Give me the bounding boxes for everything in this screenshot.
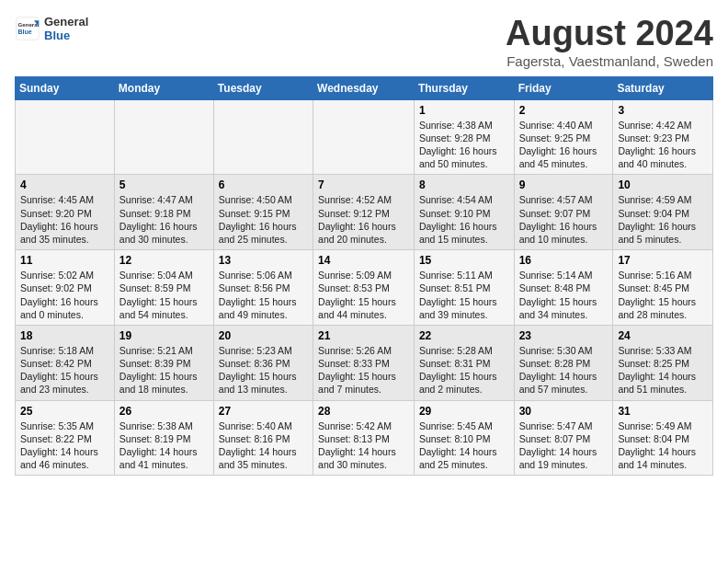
week-row-2: 4Sunrise: 4:45 AM Sunset: 9:20 PM Daylig…: [16, 175, 713, 250]
day-cell: 11Sunrise: 5:02 AM Sunset: 9:02 PM Dayli…: [16, 250, 115, 326]
day-cell: [213, 99, 313, 175]
day-cell: 18Sunrise: 5:18 AM Sunset: 8:42 PM Dayli…: [16, 325, 115, 400]
day-cell: 15Sunrise: 5:11 AM Sunset: 8:51 PM Dayli…: [414, 250, 514, 326]
day-info: Sunrise: 5:33 AM Sunset: 8:25 PM Dayligh…: [618, 344, 708, 396]
day-cell: 2Sunrise: 4:40 AM Sunset: 9:25 PM Daylig…: [514, 99, 613, 175]
day-number: 5: [119, 178, 209, 191]
day-cell: 17Sunrise: 5:16 AM Sunset: 8:45 PM Dayli…: [613, 250, 713, 326]
day-number: 23: [519, 329, 609, 342]
day-info: Sunrise: 5:40 AM Sunset: 8:16 PM Dayligh…: [219, 419, 308, 472]
day-info: Sunrise: 5:49 AM Sunset: 8:04 PM Dayligh…: [618, 419, 708, 472]
day-number: 31: [618, 405, 708, 418]
day-cell: 24Sunrise: 5:33 AM Sunset: 8:25 PM Dayli…: [613, 325, 713, 400]
day-info: Sunrise: 5:14 AM Sunset: 8:48 PM Dayligh…: [519, 269, 609, 321]
day-number: 13: [219, 254, 308, 267]
day-cell: 8Sunrise: 4:54 AM Sunset: 9:10 PM Daylig…: [414, 175, 514, 250]
weekday-header-thursday: Thursday: [414, 76, 514, 99]
calendar-title: August 2024: [506, 15, 713, 53]
day-cell: 16Sunrise: 5:14 AM Sunset: 8:48 PM Dayli…: [514, 250, 613, 326]
day-number: 17: [618, 254, 708, 267]
day-number: 10: [618, 178, 708, 191]
day-cell: 20Sunrise: 5:23 AM Sunset: 8:36 PM Dayli…: [213, 325, 313, 400]
generalblue-logo-icon: General Blue: [15, 16, 40, 41]
day-info: Sunrise: 4:45 AM Sunset: 9:20 PM Dayligh…: [20, 193, 109, 246]
day-cell: 4Sunrise: 4:45 AM Sunset: 9:20 PM Daylig…: [16, 175, 115, 250]
day-cell: 25Sunrise: 5:35 AM Sunset: 8:22 PM Dayli…: [16, 400, 115, 476]
day-info: Sunrise: 4:38 AM Sunset: 9:28 PM Dayligh…: [419, 119, 509, 171]
day-number: 4: [20, 178, 109, 191]
day-info: Sunrise: 5:45 AM Sunset: 8:10 PM Dayligh…: [419, 419, 509, 472]
day-number: 29: [419, 405, 509, 418]
weekday-header-wednesday: Wednesday: [313, 76, 415, 99]
day-info: Sunrise: 5:38 AM Sunset: 8:19 PM Dayligh…: [119, 419, 209, 472]
day-cell: 29Sunrise: 5:45 AM Sunset: 8:10 PM Dayli…: [414, 400, 514, 476]
day-info: Sunrise: 5:06 AM Sunset: 8:56 PM Dayligh…: [219, 269, 308, 321]
day-info: Sunrise: 4:52 AM Sunset: 9:12 PM Dayligh…: [318, 193, 409, 246]
day-number: 28: [318, 405, 409, 418]
day-info: Sunrise: 5:02 AM Sunset: 9:02 PM Dayligh…: [20, 269, 109, 321]
weekday-header-row: SundayMondayTuesdayWednesdayThursdayFrid…: [16, 76, 713, 99]
day-number: 27: [219, 405, 308, 418]
logo-text: General Blue: [44, 15, 88, 42]
day-number: 16: [519, 254, 609, 267]
day-cell: 23Sunrise: 5:30 AM Sunset: 8:28 PM Dayli…: [514, 325, 613, 400]
day-info: Sunrise: 4:50 AM Sunset: 9:15 PM Dayligh…: [219, 193, 308, 246]
week-row-5: 25Sunrise: 5:35 AM Sunset: 8:22 PM Dayli…: [16, 400, 713, 476]
day-number: 12: [119, 254, 209, 267]
day-number: 14: [318, 254, 409, 267]
header: General Blue General Blue August 2024 Fa…: [15, 15, 713, 69]
day-info: Sunrise: 5:42 AM Sunset: 8:13 PM Dayligh…: [318, 419, 409, 472]
day-info: Sunrise: 5:30 AM Sunset: 8:28 PM Dayligh…: [519, 344, 609, 396]
day-number: 11: [20, 254, 109, 267]
day-number: 7: [318, 178, 409, 191]
day-cell: 30Sunrise: 5:47 AM Sunset: 8:07 PM Dayli…: [514, 400, 613, 476]
day-number: 26: [119, 405, 209, 418]
day-cell: 21Sunrise: 5:26 AM Sunset: 8:33 PM Dayli…: [313, 325, 415, 400]
day-info: Sunrise: 5:35 AM Sunset: 8:22 PM Dayligh…: [20, 419, 109, 472]
calendar-table: SundayMondayTuesdayWednesdayThursdayFrid…: [15, 76, 713, 476]
day-number: 9: [519, 178, 609, 191]
day-info: Sunrise: 5:18 AM Sunset: 8:42 PM Dayligh…: [20, 344, 109, 396]
day-cell: 7Sunrise: 4:52 AM Sunset: 9:12 PM Daylig…: [313, 175, 415, 250]
day-cell: 10Sunrise: 4:59 AM Sunset: 9:04 PM Dayli…: [613, 175, 713, 250]
day-cell: 6Sunrise: 4:50 AM Sunset: 9:15 PM Daylig…: [213, 175, 313, 250]
day-info: Sunrise: 5:47 AM Sunset: 8:07 PM Dayligh…: [519, 419, 609, 472]
day-number: 8: [419, 178, 509, 191]
day-info: Sunrise: 5:09 AM Sunset: 8:53 PM Dayligh…: [318, 269, 409, 321]
week-row-4: 18Sunrise: 5:18 AM Sunset: 8:42 PM Dayli…: [16, 325, 713, 400]
day-cell: 27Sunrise: 5:40 AM Sunset: 8:16 PM Dayli…: [213, 400, 313, 476]
day-cell: 3Sunrise: 4:42 AM Sunset: 9:23 PM Daylig…: [613, 99, 713, 175]
day-number: 21: [318, 329, 409, 342]
day-number: 19: [119, 329, 209, 342]
day-info: Sunrise: 5:04 AM Sunset: 8:59 PM Dayligh…: [119, 269, 209, 321]
day-cell: [16, 99, 115, 175]
day-info: Sunrise: 5:11 AM Sunset: 8:51 PM Dayligh…: [419, 269, 509, 321]
day-number: 24: [618, 329, 708, 342]
day-number: 6: [219, 178, 308, 191]
day-number: 25: [20, 405, 109, 418]
day-cell: 31Sunrise: 5:49 AM Sunset: 8:04 PM Dayli…: [613, 400, 713, 476]
day-number: 22: [419, 329, 509, 342]
day-number: 18: [20, 329, 109, 342]
week-row-3: 11Sunrise: 5:02 AM Sunset: 9:02 PM Dayli…: [16, 250, 713, 326]
day-info: Sunrise: 4:57 AM Sunset: 9:07 PM Dayligh…: [519, 193, 609, 246]
day-number: 1: [419, 104, 509, 117]
weekday-header-saturday: Saturday: [613, 76, 713, 99]
day-number: 15: [419, 254, 509, 267]
weekday-header-sunday: Sunday: [16, 76, 115, 99]
logo: General Blue General Blue: [15, 15, 88, 42]
day-cell: 19Sunrise: 5:21 AM Sunset: 8:39 PM Dayli…: [114, 325, 213, 400]
day-cell: 22Sunrise: 5:28 AM Sunset: 8:31 PM Dayli…: [414, 325, 514, 400]
day-cell: 28Sunrise: 5:42 AM Sunset: 8:13 PM Dayli…: [313, 400, 415, 476]
title-area: August 2024 Fagersta, Vaestmanland, Swed…: [506, 15, 713, 69]
day-cell: 13Sunrise: 5:06 AM Sunset: 8:56 PM Dayli…: [213, 250, 313, 326]
day-info: Sunrise: 5:16 AM Sunset: 8:45 PM Dayligh…: [618, 269, 708, 321]
day-info: Sunrise: 5:21 AM Sunset: 8:39 PM Dayligh…: [119, 344, 209, 396]
day-info: Sunrise: 4:40 AM Sunset: 9:25 PM Dayligh…: [519, 119, 609, 171]
day-info: Sunrise: 4:42 AM Sunset: 9:23 PM Dayligh…: [618, 119, 708, 171]
day-cell: [114, 99, 213, 175]
week-row-1: 1Sunrise: 4:38 AM Sunset: 9:28 PM Daylig…: [16, 99, 713, 175]
day-cell: 9Sunrise: 4:57 AM Sunset: 9:07 PM Daylig…: [514, 175, 613, 250]
day-cell: 12Sunrise: 5:04 AM Sunset: 8:59 PM Dayli…: [114, 250, 213, 326]
day-info: Sunrise: 4:54 AM Sunset: 9:10 PM Dayligh…: [419, 193, 509, 246]
